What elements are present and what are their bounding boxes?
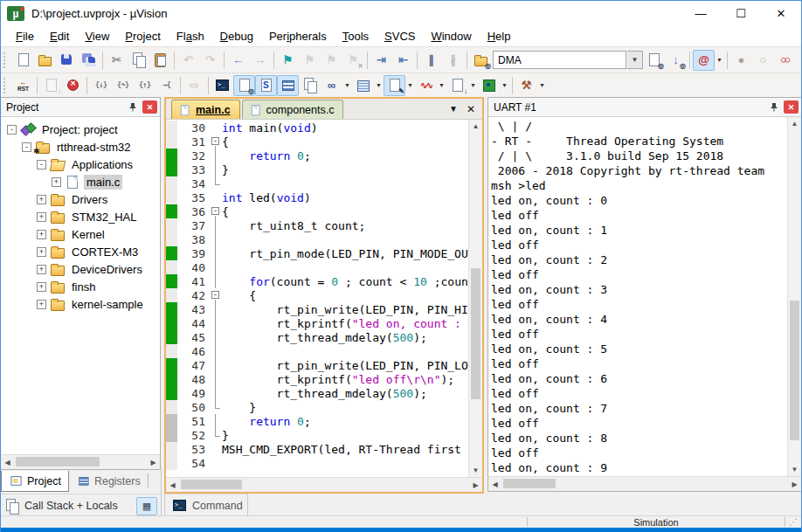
navigate-forward-button[interactable]: → — [249, 50, 271, 71]
calculator-icon[interactable]: ▦ — [136, 497, 157, 515]
scroll-down-icon[interactable]: ▼ — [469, 464, 482, 477]
tree-item-kernel-sample[interactable]: +kernel-sample — [1, 295, 160, 313]
disassembly-window-button[interactable]: ◎ — [233, 75, 255, 96]
editor-tab-components.c[interactable]: components.c — [242, 100, 344, 119]
watch-window-button[interactable]: ∞ — [321, 75, 342, 96]
menu-file[interactable]: File — [8, 28, 42, 45]
serial-window-button[interactable]: ✎ — [384, 75, 405, 96]
callstack-panel-bar[interactable]: Call Stack + Locals ▦ — [1, 494, 162, 515]
find-in-files-button[interactable]: ◎ — [470, 50, 492, 71]
system-viewer-window-button[interactable] — [478, 75, 500, 96]
scroll-left-icon[interactable]: ◀ — [488, 477, 501, 491]
cut-button[interactable]: ✂ — [106, 50, 128, 71]
tree-item-drivers[interactable]: +Drivers — [1, 190, 160, 208]
scroll-thumb[interactable] — [790, 301, 799, 440]
menu-view[interactable]: View — [77, 28, 117, 45]
menu-help[interactable]: Help — [480, 28, 519, 45]
scroll-up-icon[interactable]: ▲ — [469, 120, 482, 133]
new-file-button[interactable] — [12, 50, 34, 71]
maximize-button[interactable]: ☐ — [721, 1, 761, 26]
run-button[interactable]: ↓ — [40, 75, 62, 96]
trace-window-button[interactable]: ↓ — [446, 75, 468, 96]
indent-right-button[interactable]: ⇥ — [370, 50, 392, 71]
pin-icon[interactable] — [126, 100, 140, 114]
show-next-statement-button[interactable]: ⇨ — [183, 75, 205, 96]
bookmark-previous-button[interactable]: ⚑ — [321, 50, 342, 71]
expand-icon[interactable]: + — [37, 282, 46, 292]
code-area[interactable]: 30int main(void)31{32 return 0;33}3435in… — [166, 121, 469, 477]
stop-button[interactable] — [62, 75, 84, 96]
scroll-right-icon[interactable]: ▶ — [788, 477, 801, 491]
minimize-button[interactable]: — — [681, 1, 721, 26]
scroll-thumb[interactable] — [181, 480, 242, 489]
find-combobox[interactable]: DMA — [493, 51, 626, 69]
tab-registers[interactable]: Registers — [69, 471, 148, 491]
toolbox-button[interactable]: ⚒ — [515, 75, 537, 96]
scroll-left-icon[interactable]: ◀ — [1, 455, 14, 469]
registers-window-button[interactable] — [277, 75, 299, 96]
navigate-back-button[interactable]: ← — [227, 50, 249, 71]
step-out-button[interactable]: {↑} — [134, 75, 156, 96]
find-next-button[interactable]: @ — [693, 50, 715, 71]
editor-vertical-scrollbar[interactable]: ▲ ▼ — [468, 120, 482, 477]
tab-project[interactable]: Project — [1, 471, 69, 492]
collapse-icon[interactable]: - — [22, 142, 31, 152]
toolbar-grip[interactable] — [3, 52, 9, 68]
scroll-up-icon[interactable]: ▲ — [788, 117, 801, 130]
find-text-dropdown-icon[interactable]: ▼ — [627, 51, 643, 69]
command-window-button[interactable] — [211, 75, 233, 96]
step-into-button[interactable]: {↓} — [90, 75, 112, 96]
tree-item-applications[interactable]: -Applications — [1, 155, 160, 173]
incremental-find-button[interactable]: ↓◎ — [665, 50, 687, 71]
tab-list-icon[interactable]: ▼ — [449, 104, 458, 114]
trace-window-dropdown[interactable]: ▼ — [468, 76, 478, 95]
open-file-button[interactable] — [34, 50, 56, 71]
fold-collapse-icon[interactable] — [211, 288, 222, 302]
editor-body[interactable]: 30int main(void)31{32 return 0;33}3435in… — [166, 120, 482, 477]
watch-window-dropdown[interactable]: ▼ — [342, 76, 352, 95]
menu-debug[interactable]: Debug — [212, 28, 261, 45]
symbols-window-button[interactable] — [255, 75, 277, 96]
tree-item-main-c[interactable]: +main.c — [1, 173, 160, 190]
menu-edit[interactable]: Edit — [42, 28, 77, 45]
expand-icon[interactable]: + — [37, 247, 46, 257]
memory-window-button[interactable] — [352, 75, 374, 96]
copy-button[interactable] — [128, 50, 149, 71]
save-all-button[interactable] — [78, 50, 100, 71]
menu-flash[interactable]: Flash — [169, 28, 212, 45]
paste-button[interactable] — [149, 50, 171, 71]
indent-left-button[interactable]: ⇤ — [392, 50, 414, 71]
find-button[interactable]: ◎ — [643, 50, 665, 71]
run-to-cursor-button[interactable]: →{ — [156, 75, 177, 96]
close-button[interactable]: ✕ — [761, 1, 801, 26]
uart-vertical-scrollbar[interactable]: ▲ ▼ — [787, 117, 801, 476]
scroll-thumb[interactable] — [16, 457, 100, 466]
scroll-thumb[interactable] — [503, 479, 556, 488]
find-next-dropdown[interactable]: ▼ — [715, 51, 724, 70]
serial-window-dropdown[interactable]: ▼ — [405, 76, 415, 95]
fold-collapse-icon[interactable] — [211, 204, 222, 218]
insert-breakpoint-button[interactable]: ● — [730, 50, 752, 71]
editor-horizontal-scrollbar[interactable]: ◀ ▶ — [166, 477, 482, 492]
pin-icon[interactable] — [767, 100, 781, 114]
uncomment-selection-button[interactable]: ∦ — [442, 50, 464, 71]
uart-panel-close-icon[interactable]: ✕ — [784, 100, 799, 114]
reset-cpu-button[interactable]: ←RST — [12, 75, 34, 96]
step-over-button[interactable]: {↷} — [112, 75, 134, 96]
close-tab-icon[interactable]: ✕ — [467, 103, 475, 115]
project-panel-close-icon[interactable]: ✕ — [142, 100, 157, 114]
expand-icon[interactable]: + — [37, 300, 46, 309]
tree-item-cortex-m3[interactable]: +CORTEX-M3 — [1, 243, 160, 260]
scroll-down-icon[interactable]: ▼ — [788, 463, 801, 476]
expand-icon[interactable]: + — [37, 195, 46, 204]
scroll-thumb[interactable] — [471, 268, 481, 399]
expand-icon[interactable]: + — [37, 265, 46, 274]
scroll-left-icon[interactable]: ◀ — [166, 478, 179, 492]
menu-window[interactable]: Window — [423, 28, 479, 45]
bookmark-clear-all-button[interactable]: ⚑✕ — [342, 50, 364, 71]
fold-collapse-icon[interactable] — [211, 135, 222, 149]
tree-item-devicedrivers[interactable]: +DeviceDrivers — [1, 260, 160, 278]
bookmark-toggle-button[interactable]: ⚑ — [277, 50, 299, 71]
command-panel-bar[interactable]: Command — [164, 494, 248, 515]
tree-item-stm32-hal[interactable]: +STM32_HAL — [1, 208, 160, 225]
